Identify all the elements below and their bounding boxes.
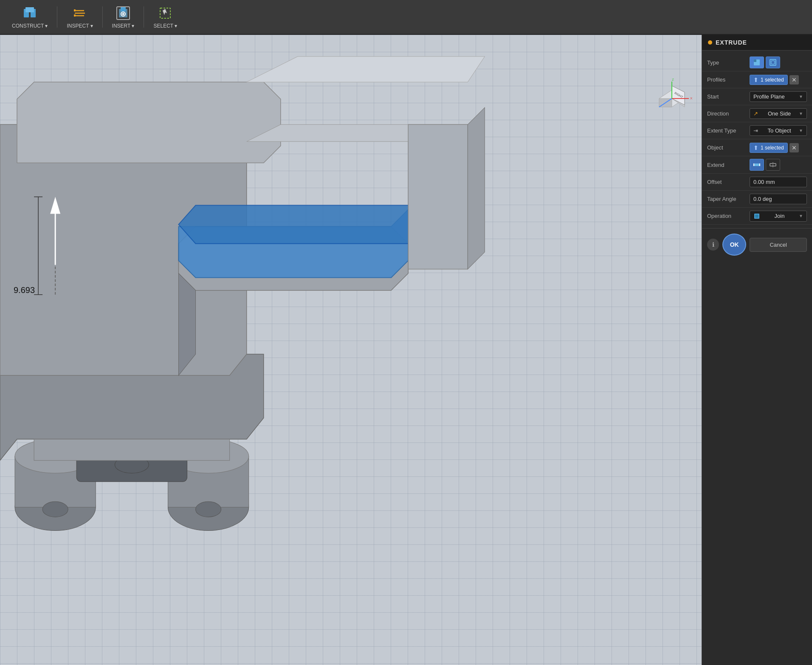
- info-button[interactable]: ℹ: [707, 239, 719, 251]
- direction-dropdown[interactable]: ↗ One Side ▼: [750, 108, 807, 119]
- type-label: Type: [707, 59, 750, 66]
- extent-type-row: Extent Type ⇥ To Object ▼: [702, 122, 812, 139]
- extend-button-1[interactable]: [750, 159, 764, 171]
- extent-type-dropdown-arrow: ▼: [799, 128, 803, 133]
- type-button-thin[interactable]: [766, 56, 780, 68]
- svg-rect-50: [754, 59, 756, 62]
- svg-rect-7: [74, 14, 76, 17]
- toolbar-separator-2: [102, 6, 103, 28]
- toolbar: CONSTRUCT ▾ INSPECT ▾ INSE: [0, 0, 812, 35]
- svg-marker-32: [468, 107, 485, 269]
- select-label: SELECT ▾: [153, 23, 177, 29]
- direction-dropdown-text: One Side: [768, 110, 791, 117]
- nav-cube[interactable]: RIGHT X Z: [651, 77, 693, 120]
- start-label: Start: [707, 93, 750, 100]
- insert-label: INSERT ▾: [112, 23, 135, 29]
- type-value: [750, 56, 807, 68]
- dimension-label: 9.693: [14, 285, 35, 295]
- toolbar-construct[interactable]: CONSTRUCT ▾: [4, 3, 55, 31]
- cancel-button-label: Cancel: [770, 242, 787, 248]
- operation-dropdown-text: Join: [775, 213, 785, 219]
- svg-text:X: X: [690, 96, 693, 100]
- offset-label: Offset: [707, 179, 750, 185]
- svg-rect-51: [770, 59, 776, 65]
- profiles-value: ⬆ 1 selected ✕: [750, 75, 807, 85]
- operation-label: Operation: [707, 213, 750, 219]
- svg-rect-52: [771, 61, 775, 64]
- toolbar-select[interactable]: SELECT ▾: [146, 3, 185, 31]
- panel-indicator: [708, 40, 712, 45]
- start-dropdown-arrow: ▼: [799, 94, 803, 99]
- inspect-icon: [72, 5, 88, 21]
- offset-row: Offset 0.00 mm: [702, 174, 812, 191]
- extend-label: Extend: [707, 162, 750, 168]
- object-label: Object: [707, 144, 750, 151]
- svg-rect-6: [74, 9, 76, 11]
- extend-row: Extend: [702, 156, 812, 174]
- object-row: Object ⬆ 1 selected ✕: [702, 139, 812, 156]
- operation-value: Join ▼: [750, 211, 807, 222]
- select-icon: [157, 5, 173, 21]
- panel-footer: ℹ OK Cancel: [702, 228, 812, 261]
- start-dropdown[interactable]: Profile Plane ▼: [750, 91, 807, 102]
- inspect-label: INSPECT ▾: [67, 23, 93, 29]
- 3d-model: [0, 56, 702, 665]
- cancel-button[interactable]: Cancel: [750, 238, 807, 252]
- extend-button-2[interactable]: [766, 159, 780, 171]
- profiles-selected[interactable]: ⬆ 1 selected: [750, 75, 788, 85]
- extent-type-dropdown-text: To Object: [768, 127, 791, 134]
- offset-input[interactable]: 0.00 mm: [750, 177, 807, 187]
- profiles-selected-text: 1 selected: [761, 77, 784, 83]
- svg-rect-2: [25, 7, 34, 12]
- svg-marker-24: [17, 82, 281, 163]
- operation-dropdown-arrow: ▼: [799, 214, 803, 218]
- viewport[interactable]: 9.693 RIGHT X Z: [0, 35, 702, 665]
- toolbar-inspect[interactable]: INSPECT ▾: [59, 3, 100, 31]
- start-row: Start Profile Plane ▼: [702, 88, 812, 105]
- svg-text:Z: Z: [672, 78, 674, 82]
- svg-point-19: [196, 502, 221, 517]
- direction-value: ↗ One Side ▼: [750, 108, 807, 119]
- extent-type-dropdown[interactable]: ⇥ To Object ▼: [750, 125, 807, 136]
- type-row: Type: [702, 54, 812, 71]
- svg-marker-31: [408, 124, 468, 269]
- type-button-solid[interactable]: [750, 56, 764, 68]
- svg-rect-53: [754, 163, 760, 166]
- start-dropdown-text: Profile Plane: [753, 93, 785, 100]
- operation-dropdown[interactable]: Join ▼: [750, 211, 807, 222]
- extent-type-value: ⇥ To Object ▼: [750, 125, 807, 136]
- offset-input-text: 0.00 mm: [753, 179, 775, 185]
- object-clear-button[interactable]: ✕: [789, 143, 799, 152]
- extend-value: [750, 159, 807, 171]
- svg-rect-59: [755, 214, 758, 218]
- profiles-label: Profiles: [707, 76, 750, 83]
- operation-row: Operation Join ▼: [702, 208, 812, 225]
- taper-angle-row: Taper Angle 0.0 deg: [702, 191, 812, 208]
- profiles-row: Profiles ⬆ 1 selected ✕: [702, 71, 812, 88]
- extent-type-icon: ⇥: [753, 127, 758, 134]
- svg-point-15: [42, 502, 68, 517]
- object-cursor-icon: ⬆: [753, 144, 758, 151]
- ok-button[interactable]: OK: [722, 234, 746, 256]
- object-value: ⬆ 1 selected ✕: [750, 143, 807, 153]
- panel-header: EXTRUDE: [702, 35, 812, 51]
- direction-row: Direction ↗ One Side ▼: [702, 105, 812, 122]
- offset-value: 0.00 mm: [750, 177, 807, 187]
- direction-dropdown-arrow: ▼: [799, 111, 803, 116]
- taper-angle-input[interactable]: 0.0 deg: [750, 194, 807, 204]
- extent-type-label: Extent Type: [707, 127, 750, 134]
- taper-angle-value: 0.0 deg: [750, 194, 807, 204]
- svg-marker-30: [247, 56, 485, 82]
- construct-label: CONSTRUCT ▾: [12, 23, 48, 29]
- panel-body: Type Profiles: [702, 51, 812, 228]
- toolbar-separator-3: [144, 6, 144, 28]
- toolbar-separator: [57, 6, 57, 28]
- direction-label: Direction: [707, 110, 750, 117]
- construct-icon: [22, 5, 38, 21]
- profiles-clear-button[interactable]: ✕: [789, 75, 799, 85]
- ok-button-label: OK: [730, 241, 739, 248]
- svg-rect-22: [34, 439, 230, 460]
- taper-angle-input-text: 0.0 deg: [753, 196, 772, 202]
- toolbar-insert[interactable]: INSERT ▾: [104, 3, 142, 31]
- object-selected[interactable]: ⬆ 1 selected: [750, 143, 788, 153]
